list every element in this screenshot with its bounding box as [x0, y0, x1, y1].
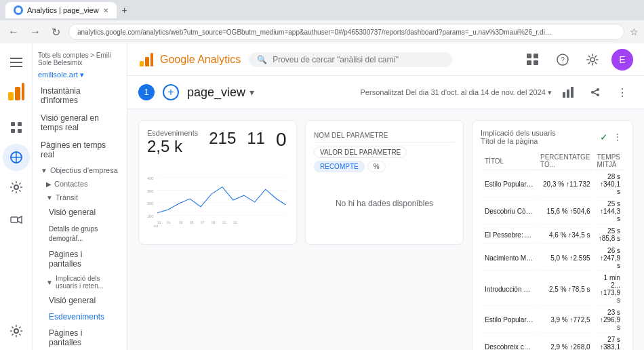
sidebar-icon-settings[interactable] — [3, 317, 30, 345]
metric-chart-card: Esdeveniments 2,5 k 215 11 0 — [138, 120, 297, 245]
event-time: 23 s ↑296,9 s — [595, 307, 623, 333]
events-card: Implicació dels usuaris Títol de la pàgi… — [472, 120, 633, 350]
ga-logo: Google Analytics — [138, 52, 241, 68]
svg-rect-19 — [150, 53, 153, 66]
report-actions: Personalitzat Del dia 31 d'oct. al dia 1… — [361, 81, 633, 103]
svg-rect-17 — [140, 61, 144, 66]
valor-btn[interactable]: VALOR DEL PARÀMETRE — [314, 147, 407, 158]
bar-chart-toggle-btn[interactable] — [557, 81, 579, 103]
table-row[interactable]: Descobreix com fer ... 2,9 % ↑268,0 27 s… — [482, 334, 623, 350]
sidebar-sub-esdeveniments[interactable]: Esdeveniments — [33, 309, 127, 325]
table-row[interactable]: Estilo Popular Hebreo 3,9 % ↑772,5 23 s … — [482, 307, 623, 333]
forward-btn[interactable]: → — [27, 23, 43, 41]
ga-logo-small — [5, 81, 27, 103]
events-col3: TEMPS MITJÀ — [595, 152, 623, 170]
tab-close-btn[interactable]: ✕ — [103, 7, 108, 14]
sidebar-icon-menu[interactable] — [3, 49, 30, 76]
params-col1: NOM DEL PARÀMETRE — [314, 132, 388, 139]
params-buttons: VALOR DEL PARÀMETRE RECOMPTE % — [314, 147, 455, 172]
sidebar-icon-advertise[interactable] — [3, 206, 30, 233]
sidebar-sub-pages-pantalles[interactable]: Pàgines i pantalles — [33, 246, 127, 272]
help-btn[interactable]: ? — [552, 49, 573, 71]
add-filter-btn[interactable]: + — [163, 84, 179, 100]
sidebar-icon-configure[interactable] — [3, 174, 30, 201]
sidebar-icon-reports[interactable] — [3, 114, 30, 141]
back-btn[interactable]: ← — [5, 23, 22, 41]
sidebar-sub-visio-general2[interactable]: Visió general — [33, 292, 127, 309]
sidebar-sub-visio-general[interactable]: Visió general — [33, 204, 127, 220]
refresh-btn[interactable]: ↻ — [49, 23, 63, 41]
browser-actions: ☆ — [630, 26, 639, 37]
report-step: 1 — [138, 84, 155, 100]
sidebar-group-objectives[interactable]: ▼ Objectius d'empresa — [33, 163, 127, 177]
svg-rect-23 — [534, 60, 538, 65]
svg-text:11: 11 — [222, 221, 226, 225]
date-range[interactable]: Personalitzat Del dia 31 d'oct. al dia 1… — [361, 88, 552, 97]
metric2-value: 215 — [209, 129, 236, 148]
dashboard: Esdeveniments 2,5 k 215 11 0 — [127, 109, 644, 350]
svg-point-14 — [14, 185, 18, 189]
apps-btn[interactable] — [522, 49, 544, 71]
bookmark-btn[interactable]: ☆ — [630, 26, 639, 37]
params-no-data: No hi ha dades disponibles — [314, 176, 455, 231]
search-bar[interactable]: 🔍 — [249, 52, 452, 67]
esdeveniments-label: Esdeveniments — [49, 312, 104, 322]
table-row[interactable]: El Pessebre: Arte, Tra... 4,6 % ↑34,5 s … — [482, 226, 623, 244]
metric1-value: 2,5 k — [147, 137, 198, 156]
sidebar-item-realtime[interactable]: Visió general en temps real — [33, 109, 127, 136]
share-btn[interactable] — [584, 81, 606, 103]
event-time: 28 s ↑340,1 s — [595, 172, 623, 197]
recompte-btn[interactable]: RECOMPTE — [314, 161, 365, 172]
more-btn[interactable]: ⋮ — [611, 81, 633, 103]
demographics-label: Detalls de grups demogràf... — [49, 225, 98, 242]
svg-text:09: 09 — [212, 221, 216, 225]
report-name-dropdown[interactable]: ▾ — [249, 87, 254, 98]
event-title: Introducción a la Co... — [482, 273, 536, 306]
events-card-title: Implicació dels usuaris — [481, 129, 556, 137]
sidebar-group-contacts[interactable]: ▶ Contactes — [33, 177, 127, 191]
account-selector[interactable]: emilisole.art ▾ — [33, 68, 127, 82]
implicacio-label: Implicació dels usuaris i reten... — [56, 275, 119, 290]
svg-text:07: 07 — [201, 221, 205, 225]
svg-rect-5 — [15, 87, 20, 100]
report-name-text: page_view — [187, 85, 245, 100]
event-time: 26 s ↑247,9 s — [595, 246, 623, 271]
transit-arrow: ▼ — [46, 194, 53, 201]
settings-btn[interactable] — [582, 49, 603, 71]
svg-point-16 — [14, 329, 18, 333]
sidebar-item-instantania[interactable]: Instantània d'informes — [33, 82, 127, 109]
events-more-btn[interactable]: ⋮ — [611, 130, 624, 144]
svg-rect-6 — [22, 83, 24, 100]
tab-title: Analytics | page_view — [27, 6, 99, 14]
svg-rect-8 — [18, 122, 22, 126]
event-title: Estilo Popular Hebreo — [482, 307, 536, 333]
ga-title: Google Analytics — [160, 54, 241, 66]
sidebar-item-pages-realtime[interactable]: Pàgines en temps real — [33, 136, 127, 163]
svg-rect-27 — [563, 92, 565, 98]
sidebar-sub-pages-pantalles2[interactable]: Pàgines i pantalles — [33, 325, 127, 350]
user-avatar[interactable]: E — [611, 49, 633, 71]
browser-tab[interactable]: Analytics | page_view ✕ — [5, 2, 117, 18]
breadcrumb-text: Tots els comptes > Emili Sole Belesimix — [38, 52, 121, 66]
event-pct: 15,6 % ↑504,6 — [538, 199, 593, 225]
event-pct: 2,9 % ↑268,0 — [538, 334, 593, 350]
event-time: 25 s ↑85,8 s — [595, 226, 623, 244]
sidebar-sub-demographics[interactable]: Detalls de grups demogràf... — [33, 220, 127, 246]
event-title: Estilo Popular Madri... — [482, 172, 536, 197]
search-input[interactable] — [273, 55, 444, 64]
sidebar-icon-explore[interactable] — [3, 144, 30, 171]
sidebar-group-implicacio[interactable]: ▼ Implicació dels usuaris i reten... — [33, 272, 127, 292]
sidebar-group-transit[interactable]: ▼ Trànsit — [33, 191, 127, 204]
table-row[interactable]: Nacimiento Madrileny... 5,0 % ↑2.595 26 … — [482, 246, 623, 271]
percent-btn[interactable]: % — [367, 161, 386, 172]
new-tab-btn[interactable]: + — [122, 5, 127, 16]
svg-text:05: 05 — [190, 221, 194, 225]
svg-point-0 — [16, 7, 21, 13]
table-row[interactable]: Descobriu Còmo Hac... 15,6 % ↑504,6 25 s… — [482, 199, 623, 225]
table-row[interactable]: Estilo Popular Madri... 20,3 % ↑11.732 2… — [482, 172, 623, 197]
table-row[interactable]: Introducción a la Co... 2,5 % ↑78,5 s 1 … — [482, 273, 623, 306]
url-bar[interactable]: analytics.google.com/analytics/web?utm_s… — [68, 24, 624, 40]
svg-rect-9 — [11, 129, 15, 133]
svg-rect-4 — [8, 92, 14, 100]
event-pct: 4,6 % ↑34,5 s — [538, 226, 593, 244]
